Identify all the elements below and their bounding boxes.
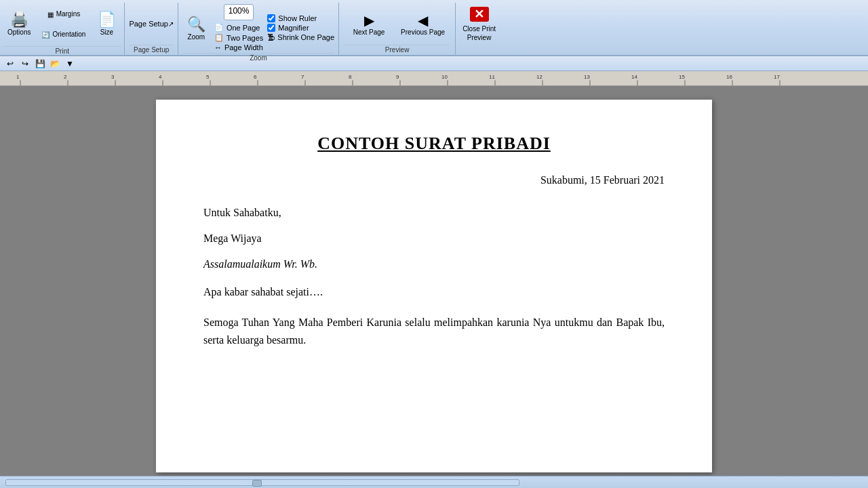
page-setup-expand-icon[interactable]: ↗: [168, 20, 174, 28]
print-section-label: Print: [3, 46, 121, 55]
orientation-button[interactable]: 🔄 Orientation: [37, 25, 90, 44]
svg-rect-0: [0, 71, 868, 85]
next-page-label: Next Page: [353, 28, 385, 36]
status-bar-scrolltrack: [5, 479, 863, 486]
zoom-checkboxes: Show Ruler Magnifier 🗜 Shrink One Page: [267, 14, 334, 41]
magnifier-label: Magnifier: [278, 24, 309, 32]
ribbon: 🖨️ Options ▦ Margins 🔄 Orientation 📄 Siz…: [0, 0, 868, 56]
svg-text:11: 11: [489, 75, 495, 81]
zoom-pct-button[interactable]: 100%: [224, 4, 254, 20]
shrink-icon: 🗜: [267, 33, 275, 41]
options-icon: 🖨️: [10, 12, 28, 27]
options-label: Options: [7, 28, 31, 37]
size-label: Size: [100, 28, 113, 37]
preview-section-label: Preview: [344, 45, 450, 54]
preview-nav-section: ▶ Next Page ◀ Previous Page Preview: [339, 3, 456, 55]
quick-access-toolbar: ↩ ↪ 💾 📂 ▼: [0, 56, 868, 71]
show-ruler-checkbox[interactable]: [267, 14, 275, 22]
show-ruler-row[interactable]: Show Ruler: [267, 14, 334, 22]
document-recipient: Untuk Sahabatku,: [203, 207, 665, 219]
one-page-label: One Page: [226, 24, 260, 32]
page-setup-section: Page Setup ↗ Page Setup: [125, 3, 178, 55]
orientation-label: Orientation: [52, 30, 85, 39]
zoom-options: 📄 One Page 📋 Two Pages ↔️ Page Width: [214, 23, 263, 52]
two-pages-option[interactable]: 📋 Two Pages: [214, 33, 263, 42]
svg-text:13: 13: [584, 75, 590, 81]
margins-label: Margins: [56, 10, 81, 18]
options-button[interactable]: 🖨️ Options: [3, 4, 35, 45]
zoom-section: 🔍 Zoom 100% 📄 One Page 📋 Two Pages ↔️: [178, 3, 339, 55]
page-setup-label: Page Setup: [129, 45, 174, 54]
zoom-button[interactable]: 🔍 Zoom: [182, 10, 210, 45]
previous-page-icon: ◀: [418, 12, 428, 28]
document-paragraph1: Apa kabar sahabat sejati….: [203, 284, 665, 300]
status-bar: [0, 476, 868, 488]
margins-button[interactable]: ▦ Margins: [37, 5, 90, 24]
close-preview-button[interactable]: ✕ Close PrintPreview: [456, 3, 502, 45]
two-pages-icon: 📋: [214, 33, 224, 42]
shrink-one-page-row[interactable]: 🗜 Shrink One Page: [267, 33, 334, 41]
one-page-option[interactable]: 📄 One Page: [214, 23, 263, 32]
document-page: CONTOH SURAT PRIBADI Sukabumi, 15 Februa…: [156, 100, 712, 472]
show-ruler-label: Show Ruler: [278, 14, 317, 22]
open-button[interactable]: 📂: [49, 58, 61, 70]
svg-text:4: 4: [159, 75, 162, 81]
document-greeting: Assalamualaikum Wr. Wb.: [203, 258, 665, 270]
next-page-button[interactable]: ▶ Next Page: [344, 6, 393, 41]
print-section: 🖨️ Options ▦ Margins 🔄 Orientation 📄 Siz…: [0, 3, 125, 55]
close-x-icon: ✕: [470, 7, 489, 22]
ruler: 1 2 3 4 5 6 7 8 9 10 11 12 13 1: [0, 71, 868, 86]
previous-page-button[interactable]: ◀ Previous Page: [396, 6, 450, 41]
svg-text:15: 15: [679, 75, 686, 81]
svg-text:17: 17: [774, 75, 780, 81]
zoom-label: Zoom: [188, 33, 205, 41]
scroll-thumb[interactable]: [252, 480, 262, 487]
page-width-option[interactable]: ↔️ Page Width: [214, 43, 263, 52]
svg-text:16: 16: [726, 75, 732, 81]
size-icon: 📄: [98, 12, 116, 27]
orientation-icon: 🔄: [41, 31, 50, 39]
svg-text:10: 10: [441, 75, 448, 81]
close-preview-label: Close PrintPreview: [462, 24, 496, 42]
svg-text:12: 12: [536, 75, 542, 81]
next-page-icon: ▶: [364, 12, 374, 28]
svg-text:2: 2: [64, 75, 66, 81]
svg-text:14: 14: [631, 75, 638, 81]
margins-icon: ▦: [47, 11, 54, 18]
svg-text:1: 1: [16, 75, 19, 81]
document-title: CONTOH SURAT PRIBADI: [203, 134, 665, 154]
page-width-icon: ↔️: [214, 43, 222, 52]
svg-text:3: 3: [111, 75, 114, 81]
zoom-icon: 🔍: [187, 16, 205, 33]
magnifier-checkbox[interactable]: [267, 24, 275, 32]
qat-dropdown-button[interactable]: ▼: [64, 58, 76, 70]
svg-text:7: 7: [301, 75, 304, 81]
one-page-icon: 📄: [214, 23, 224, 32]
size-button[interactable]: 📄 Size: [92, 7, 121, 42]
magnifier-row[interactable]: Magnifier: [267, 24, 334, 32]
zoom-section-label: Zoom: [182, 53, 334, 62]
shrink-label: Shrink One Page: [277, 33, 334, 41]
two-pages-label: Two Pages: [226, 34, 263, 42]
document-name: Mega Wijaya: [203, 232, 665, 245]
undo-button[interactable]: ↩: [4, 58, 16, 70]
svg-text:8: 8: [349, 75, 351, 81]
svg-text:5: 5: [206, 75, 210, 81]
document-area: CONTOH SURAT PRIBADI Sukabumi, 15 Februa…: [0, 86, 868, 476]
save-button[interactable]: 💾: [34, 58, 46, 70]
svg-text:6: 6: [254, 75, 256, 81]
previous-page-label: Previous Page: [401, 28, 445, 36]
page-width-label: Page Width: [224, 43, 263, 52]
redo-button[interactable]: ↪: [19, 58, 31, 70]
document-paragraph2: Semoga Tuhan Yang Maha Pemberi Karunia s…: [203, 314, 665, 348]
svg-text:9: 9: [396, 75, 399, 81]
document-date: Sukabumi, 15 Februari 2021: [203, 174, 665, 186]
